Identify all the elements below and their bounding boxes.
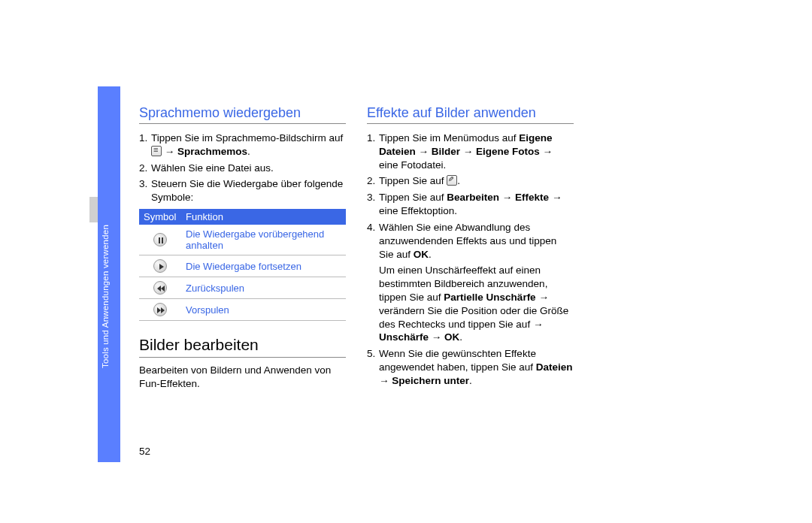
effekte-steps: 1.Tippen Sie im Menümodus auf Eigene Dat… <box>367 132 574 388</box>
symbol-cell <box>139 225 181 255</box>
col-funktion: Funktion <box>181 209 346 225</box>
voicememo-steps: 1. Tippen Sie im Sprachmemo-Bildschirm a… <box>139 132 346 204</box>
arrow: → <box>162 146 177 157</box>
step-body: Tippen Sie auf . <box>379 175 460 186</box>
svg-marker-2 <box>159 264 164 270</box>
right-column: Effekte auf Bilder anwenden 1.Tippen Sie… <box>367 105 574 391</box>
edit-icon <box>447 175 457 186</box>
step-number: 4. <box>367 221 375 234</box>
function-cell: Die Wiedergabe fortsetzen <box>181 255 346 277</box>
symbol-cell <box>139 277 181 299</box>
svg-marker-4 <box>161 286 165 292</box>
function-cell: Die Wiedergabe vorübergehend anhalten <box>181 225 346 255</box>
sidebar-thumb-tab <box>89 197 98 222</box>
page-number: 52 <box>139 446 150 457</box>
heading-text: Effekte auf Bilder anwenden <box>367 105 536 120</box>
step-body: Wählen Sie eine Abwandlung des anzuwende… <box>379 222 556 260</box>
step-number: 2. <box>367 174 375 188</box>
step-text: Wählen Sie eine Datei aus. <box>151 162 274 174</box>
step-2: 2. Wählen Sie eine Datei aus. <box>139 162 346 175</box>
list-item: 4.Wählen Sie eine Abwandlung des anzuwen… <box>367 221 574 344</box>
list-item: 5.Wenn Sie die gewünschten Effekte angew… <box>367 347 574 387</box>
bold-sprachmemos: Sprachmemos <box>177 146 247 157</box>
pause-icon <box>153 233 167 246</box>
step-number: 5. <box>367 347 375 361</box>
step-extra: Um einen Unschärfeeffekt auf einen besti… <box>379 264 574 344</box>
svg-marker-5 <box>157 307 161 313</box>
step-body: Tippen Sie auf Bearbeiten → Effekte → ei… <box>379 192 562 216</box>
step-number: 3. <box>139 177 147 191</box>
sidebar-label: Tools und Anwendungen verwenden <box>101 225 110 368</box>
function-cell: Vorspulen <box>181 299 346 321</box>
step-text: Tippen Sie im Sprachmemo-Bildschirm auf <box>151 132 343 144</box>
step-body: Wenn Sie die gewünschten Effekte angewen… <box>379 348 572 386</box>
col-symbol: Symbol <box>139 209 181 225</box>
step-number: 1. <box>367 132 375 145</box>
play-icon <box>153 259 167 273</box>
svg-marker-6 <box>161 307 165 313</box>
step-text: Steuern Sie die Wiedergabe über folgende… <box>151 178 343 203</box>
step-number: 2. <box>139 162 147 175</box>
svg-rect-0 <box>159 237 160 243</box>
function-cell: Zurückspulen <box>181 277 346 299</box>
left-column: Sprachmemo wiedergeben 1. Tippen Sie im … <box>139 105 346 394</box>
menu-icon <box>151 146 162 156</box>
step-3: 3. Steuern Sie die Wiedergabe über folge… <box>139 177 346 204</box>
step-number: 3. <box>367 191 375 204</box>
heading-text: Sprachmemo wiedergeben <box>139 105 301 120</box>
rew-icon <box>153 281 167 295</box>
table-row: Die Wiedergabe fortsetzen <box>139 255 346 277</box>
heading-bilder-bearbeiten: Bilder bearbeiten <box>139 336 346 354</box>
heading-effekte: Effekte auf Bilder anwenden <box>367 105 574 124</box>
step-1: 1. Tippen Sie im Sprachmemo-Bildschirm a… <box>139 132 346 159</box>
table-row: Zurückspulen <box>139 277 346 299</box>
step-body: Tippen Sie im Menümodus auf Eigene Datei… <box>379 132 553 171</box>
intro-bilder: Bearbeiten von Bildern und Anwenden von … <box>139 364 346 391</box>
list-item: 2.Tippen Sie auf . <box>367 174 574 188</box>
svg-marker-3 <box>157 286 161 292</box>
fwd-icon <box>153 303 167 316</box>
symbol-function-table: Symbol Funktion Die Wiedergabe vorüberge… <box>139 209 346 321</box>
table-row: Vorspulen <box>139 299 346 321</box>
table-row: Die Wiedergabe vorübergehend anhalten <box>139 225 346 255</box>
symbol-cell <box>139 299 181 321</box>
list-item: 3.Tippen Sie auf Bearbeiten → Effekte → … <box>367 191 574 218</box>
step-number: 1. <box>139 132 147 145</box>
list-item: 1.Tippen Sie im Menümodus auf Eigene Dat… <box>367 132 574 171</box>
heading-voicememo-play: Sprachmemo wiedergeben <box>139 105 346 124</box>
symbol-cell <box>139 255 181 277</box>
svg-rect-1 <box>162 237 163 243</box>
